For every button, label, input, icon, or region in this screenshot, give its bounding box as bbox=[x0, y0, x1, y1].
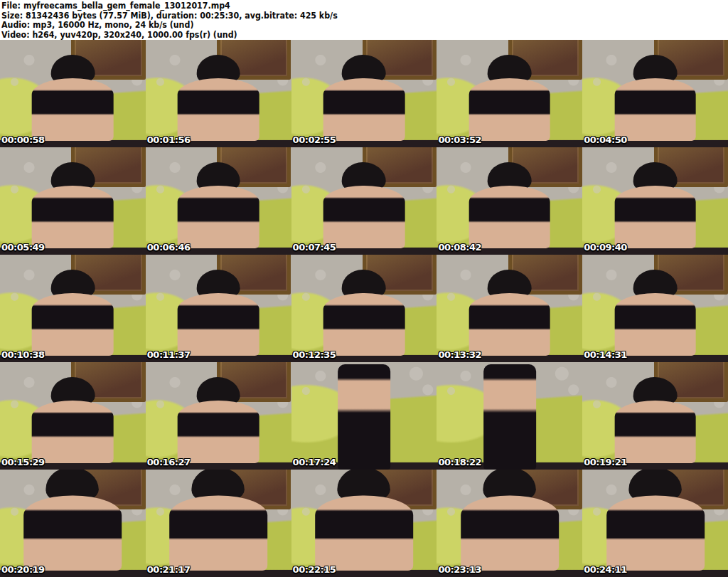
person-silhouette-icon bbox=[178, 270, 259, 356]
person-silhouette-icon bbox=[614, 55, 696, 141]
video-thumbnail: 00:07:45 bbox=[291, 147, 437, 255]
person-silhouette-icon bbox=[338, 364, 390, 470]
file-info-line: File: myfreecams_bella_gem_female_130120… bbox=[1, 1, 619, 11]
video-thumbnail: 00:02:55 bbox=[291, 40, 437, 147]
video-thumbnail: 00:23:13 bbox=[437, 470, 582, 577]
person-silhouette-icon bbox=[461, 470, 559, 571]
video-thumbnail: 00:12:35 bbox=[291, 255, 437, 362]
media-info-header: File: myfreecams_bella_gem_female_130120… bbox=[0, 0, 728, 40]
contact-sheet: File: myfreecams_bella_gem_female_130120… bbox=[0, 0, 728, 577]
person-silhouette-icon bbox=[178, 377, 259, 463]
video-thumbnail: 00:01:56 bbox=[146, 40, 291, 147]
timestamp-overlay: 00:06:46 bbox=[147, 242, 191, 253]
person-silhouette-icon bbox=[614, 377, 696, 463]
timestamp-overlay: 00:13:32 bbox=[438, 349, 481, 360]
video-thumbnail: 00:19:21 bbox=[582, 362, 728, 470]
timestamp-overlay: 00:21:17 bbox=[147, 564, 191, 575]
timestamp-overlay: 00:09:40 bbox=[584, 242, 627, 253]
video-thumbnail: 00:06:46 bbox=[146, 147, 291, 255]
video-thumbnail: 00:18:22 bbox=[437, 362, 582, 470]
person-silhouette-icon bbox=[323, 270, 405, 356]
video-thumbnail: 00:10:38 bbox=[0, 255, 146, 362]
timestamp-overlay: 00:10:38 bbox=[1, 349, 45, 360]
timestamp-overlay: 00:18:22 bbox=[438, 457, 481, 467]
video-thumbnail: 00:21:17 bbox=[146, 470, 291, 577]
audio-info-line: Audio: mp3, 16000 Hz, mono, 24 kb/s (und… bbox=[1, 20, 619, 30]
person-silhouette-icon bbox=[323, 55, 405, 141]
thumbnail-grid: 00:00:58 00:01:56 00:02:55 00:03:52 00:0… bbox=[0, 40, 728, 577]
timestamp-overlay: 00:01:56 bbox=[147, 134, 191, 145]
person-silhouette-icon bbox=[469, 162, 550, 248]
timestamp-overlay: 00:02:55 bbox=[293, 134, 336, 145]
video-thumbnail: 00:24:11 bbox=[582, 470, 728, 577]
person-silhouette-icon bbox=[178, 162, 259, 248]
person-silhouette-icon bbox=[32, 377, 114, 463]
person-silhouette-icon bbox=[32, 270, 114, 356]
video-thumbnail: 00:04:50 bbox=[582, 40, 728, 147]
person-silhouette-icon bbox=[614, 270, 696, 356]
timestamp-overlay: 00:07:45 bbox=[293, 242, 336, 253]
person-silhouette-icon bbox=[315, 470, 413, 571]
video-info-line: Video: h264, yuv420p, 320x240, 1000.00 f… bbox=[1, 30, 619, 40]
timestamp-overlay: 00:16:27 bbox=[147, 457, 191, 467]
person-silhouette-icon bbox=[178, 55, 259, 141]
video-thumbnail: 00:14:31 bbox=[582, 255, 728, 362]
timestamp-overlay: 00:00:58 bbox=[1, 134, 45, 145]
video-thumbnail: 00:00:58 bbox=[0, 40, 146, 147]
video-thumbnail: 00:15:29 bbox=[0, 362, 146, 470]
size-info-line: Size: 81342436 bytes (77.57 MiB), durati… bbox=[1, 11, 619, 21]
person-silhouette-icon bbox=[32, 55, 114, 141]
timestamp-overlay: 00:23:13 bbox=[438, 564, 481, 575]
timestamp-overlay: 00:12:35 bbox=[293, 349, 336, 360]
timestamp-overlay: 00:15:29 bbox=[1, 457, 45, 467]
video-thumbnail: 00:05:49 bbox=[0, 147, 146, 255]
person-silhouette-icon bbox=[469, 270, 550, 356]
timestamp-overlay: 00:11:37 bbox=[147, 349, 191, 360]
timestamp-overlay: 00:03:52 bbox=[438, 134, 481, 145]
person-silhouette-icon bbox=[24, 470, 122, 571]
video-thumbnail: 00:09:40 bbox=[582, 147, 728, 255]
person-silhouette-icon bbox=[614, 162, 696, 248]
person-silhouette-icon bbox=[469, 55, 550, 141]
person-silhouette-icon bbox=[323, 162, 405, 248]
video-thumbnail: 00:20:19 bbox=[0, 470, 146, 577]
timestamp-overlay: 00:20:19 bbox=[1, 564, 45, 575]
person-silhouette-icon bbox=[169, 470, 267, 571]
person-silhouette-icon bbox=[32, 162, 114, 248]
timestamp-overlay: 00:19:21 bbox=[584, 457, 627, 467]
video-thumbnail: 00:08:42 bbox=[437, 147, 582, 255]
timestamp-overlay: 00:17:24 bbox=[293, 457, 336, 467]
timestamp-overlay: 00:22:15 bbox=[293, 564, 336, 575]
timestamp-overlay: 00:05:49 bbox=[1, 242, 45, 253]
video-thumbnail: 00:03:52 bbox=[437, 40, 582, 147]
timestamp-overlay: 00:04:50 bbox=[584, 134, 627, 145]
video-thumbnail: 00:16:27 bbox=[146, 362, 291, 470]
timestamp-overlay: 00:08:42 bbox=[438, 242, 481, 253]
timestamp-overlay: 00:14:31 bbox=[584, 349, 627, 360]
video-thumbnail: 00:13:32 bbox=[437, 255, 582, 362]
person-silhouette-icon bbox=[606, 470, 705, 571]
video-thumbnail: 00:17:24 bbox=[291, 362, 437, 470]
timestamp-overlay: 00:24:11 bbox=[584, 564, 627, 575]
person-silhouette-icon bbox=[483, 364, 536, 470]
video-thumbnail: 00:11:37 bbox=[146, 255, 291, 362]
video-thumbnail: 00:22:15 bbox=[291, 470, 437, 577]
